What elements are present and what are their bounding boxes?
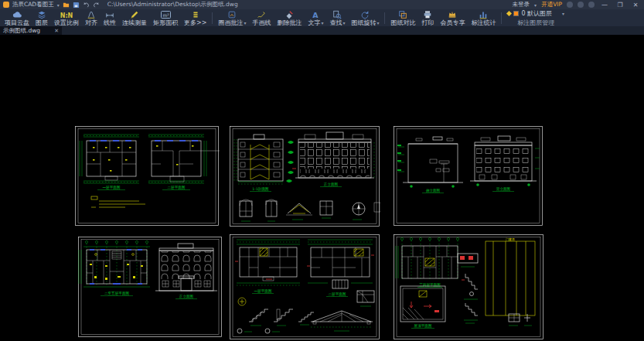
chevron-down-icon: ▾ [377,20,379,26]
close-button[interactable]: ✕ [630,2,641,9]
chevron-down-icon: ▾ [342,20,345,26]
svg-text:二至五层平面图: 二至五层平面图 [104,291,129,296]
svg-text:N:N: N:N [60,12,73,19]
toolbar-item-text[interactable]: A 文字▾ [305,10,326,26]
toolbar-item-delete-annotation[interactable]: 删除批注 [274,10,305,26]
main-toolbar: 项目云盘 图层 N:N 设置比例 对齐 线性 连续测量 m² 矩形面积 更多>>… [0,9,644,26]
svg-text:A: A [313,11,319,19]
title-bar: 浩辰CAD看图王 ▾ C:\Users\Administrator\Deskto… [0,0,644,9]
toolbar-label: 对齐 [85,19,97,26]
toolbar-item-layers[interactable]: 图层 [32,10,51,26]
svg-text:一层平面图: 一层平面图 [103,185,121,190]
crown-icon [447,10,458,19]
toolbar-item-project-cloud[interactable]: 项目云盘 [2,10,32,26]
layer-color-icon [506,11,512,16]
toolbar-item-linear[interactable]: 线性 [101,10,119,26]
svg-text:正立面图: 正立面图 [179,294,193,299]
svg-text:m²: m² [162,12,169,18]
svg-text:二层平面图: 二层平面图 [168,185,186,190]
toolbar-label: 连续测量 [122,19,147,26]
stats-icon [478,10,489,19]
rotate-icon [359,10,370,19]
toolbar-label: 文字 [308,19,320,26]
svg-text:一层平面图: 一层平面图 [254,288,272,294]
chevron-down-icon: ▾ [321,20,323,26]
drawing-sheet-6[interactable]: 三四层平面图 门窗表 [393,234,544,340]
vip-upgrade-button[interactable]: 开通VIP [541,1,562,9]
tab-close-icon[interactable]: ✕ [54,28,59,34]
current-layer-label: 0 默认图层 [521,9,552,18]
toolbar-item-rect-area[interactable]: m² 矩形面积 [150,10,181,26]
toolbar-item-align[interactable]: 对齐 [82,10,101,26]
redo-icon[interactable] [93,2,100,9]
measure-pencil-icon [129,10,140,19]
svg-text:屋顶平面图: 屋顶平面图 [414,323,432,329]
toolbar-item-circle-annotate[interactable]: 圈画批注▾ [215,10,249,26]
find-icon [332,10,342,19]
toolbar-label: 圈画批注 [218,19,243,26]
login-status[interactable]: 未登录 [513,1,530,9]
toolbar-item-annotation-stats[interactable]: 标注统计 [468,10,499,26]
scale-icon: N:N [60,10,73,19]
drawing-sheet-1[interactable]: 一层平面图 二层平面图 [74,125,220,227]
svg-text:侧立面图: 侧立面图 [426,188,440,193]
more-icon [190,10,201,19]
toolbar-label: 标注统计 [471,19,496,26]
save-icon[interactable] [73,2,80,9]
app-menu-caret-icon[interactable]: ▾ [57,2,60,8]
toolbar-label: 查找 [329,19,342,26]
chevron-down-icon: ▾ [244,20,246,26]
layer-widget[interactable]: 0 默认图层 ▾ 标注图层管理 [504,10,567,26]
toolbar-item-rotate-drawing[interactable]: 图纸旋转▾ [348,10,382,26]
maximize-button[interactable]: ❐ [615,2,625,9]
open-folder-icon[interactable] [63,2,70,9]
toolbar-label: 会员专享 [440,19,465,26]
toolbar-label: 更多>> [184,19,206,26]
layer-swatch[interactable] [513,11,519,16]
minimize-button[interactable]: — [599,2,610,9]
toolbar-separator [212,12,213,24]
toolbar-separator [501,12,502,24]
toolbar-item-more[interactable]: 更多>> [181,10,210,26]
drawing-sheet-2[interactable]: 1-1剖面图 正立面图 [229,125,380,227]
drawing-tab[interactable]: 示例图纸.dwg ✕ [0,26,62,35]
toolbar-item-compare-drawing[interactable]: 图纸对比 [387,10,418,26]
toolbar-label: 图纸对比 [390,19,415,26]
toolbar-item-freehand-line[interactable]: 手画线 [249,10,274,26]
layers-icon [36,10,47,19]
file-path: C:\Users\Administrator\Desktop\示例图纸.dwg [107,1,238,9]
help-icon[interactable] [567,2,573,8]
linear-dimension-icon [104,10,115,19]
toolbar-item-vip-exclusive[interactable]: 会员专享 [437,10,468,26]
compare-icon [397,10,408,19]
undo-icon[interactable] [83,2,90,9]
drawing-sheet-5[interactable]: 一层平面图 二层平面图 [229,234,380,340]
app-name: 浩辰CAD看图王 [12,1,54,9]
delete-annotation-icon [284,10,295,19]
align-icon [86,10,97,19]
toolbar-label: 线性 [104,19,116,26]
layer-dropdown-icon[interactable]: ▾ [562,11,564,16]
toolbar-label: 图纸旋转 [351,19,376,26]
toolbar-separator [384,12,385,24]
toolbar-label: 设置比例 [54,19,79,26]
tab-label: 示例图纸.dwg [3,27,40,35]
drawing-canvas[interactable]: 一层平面图 二层平面图 [0,35,644,341]
download-icon[interactable] [578,2,584,8]
drawing-sheet-4[interactable]: 二至五层平面图 正立面图 [77,236,223,338]
freehand-icon [256,10,267,19]
svg-text:正立面图: 正立面图 [323,182,338,187]
svg-text:三四层平面图: 三四层平面图 [419,282,441,288]
toolbar-item-continuous-measure[interactable]: 连续测量 [119,10,150,26]
toolbar-label: 删除批注 [277,19,302,26]
area-icon: m² [160,10,172,19]
login-caret-icon[interactable]: ▾ [534,2,537,8]
toolbar-item-print[interactable]: 打印 [418,10,437,26]
toolbar-item-set-scale[interactable]: N:N 设置比例 [51,10,82,26]
tab-bar: 示例图纸.dwg ✕ [0,26,644,35]
toolbar-label: 手画线 [252,19,271,26]
info-icon[interactable] [588,2,595,8]
drawing-sheet-3[interactable]: 侧立面图 背立面图 [393,125,543,227]
toolbar-item-find[interactable]: 查找▾ [326,10,348,26]
svg-text:背立面图: 背立面图 [496,186,510,192]
